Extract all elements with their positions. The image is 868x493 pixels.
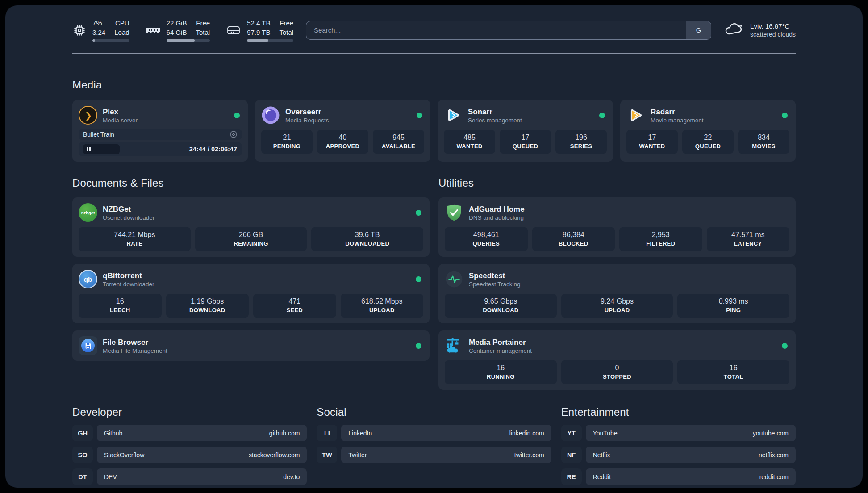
stat-label: SERIES	[557, 143, 605, 150]
section-developer: Developer GH Github github.com SO StackO…	[72, 406, 307, 485]
memory-stat: 22 GiB 64 GiB Free Total	[146, 19, 210, 42]
section-entertainment: Entertainment YT YouTube youtube.com NF …	[561, 406, 796, 485]
stat-label: FILTERED	[621, 240, 701, 247]
link-url: netflix.com	[759, 451, 789, 459]
weather-location-temp: Lviv, 16.87°C	[750, 22, 796, 30]
search-engine-button[interactable]: G	[686, 21, 711, 39]
stat-label: WANTED	[628, 143, 676, 150]
plex-icon: ❯	[79, 106, 97, 125]
stat-label: MOVIES	[740, 143, 788, 150]
disk-stat: 52.4 TB 97.9 TB Free Total	[226, 19, 293, 42]
weather-widget: Lviv, 16.87°C scattered clouds	[724, 22, 796, 39]
stat-value: 0.993 ms	[679, 297, 788, 305]
card-head: qb qBittorrent Torrent downloader	[79, 270, 423, 288]
stat-tiles: 744.21 Mbps RATE 266 GB REMAINING 39.6 T…	[79, 227, 423, 251]
stat-tiles: 16 RUNNING 0 STOPPED 16 TOTAL	[445, 360, 789, 384]
cpu-progress-bar	[92, 39, 129, 42]
link-youtube[interactable]: YT YouTube youtube.com	[561, 425, 796, 441]
stat-label: TOTAL	[679, 373, 788, 380]
disk-icon	[226, 25, 241, 36]
stat-value: 17	[501, 134, 549, 142]
stat-value: 16	[80, 297, 160, 305]
free-label: Free	[196, 19, 210, 28]
stat-label: DOWNLOADED	[313, 240, 421, 247]
card-speedtest[interactable]: Speedtest Speedtest Tracking 9.65 Gbps D…	[438, 264, 796, 323]
stat-value: 2,953	[621, 231, 701, 239]
status-online-dot	[416, 210, 421, 216]
stat-label: STOPPED	[563, 373, 672, 380]
linkedin-icon: LI	[317, 425, 337, 441]
card-subtitle: Container management	[469, 347, 776, 354]
status-online-dot	[416, 276, 421, 282]
link-twitter[interactable]: TW Twitter twitter.com	[317, 447, 551, 463]
dashboard-frame: 7% 3.24 CPU Load	[5, 5, 863, 488]
link-dev[interactable]: DT DEV dev.to	[72, 468, 307, 485]
card-head: Media Portainer Container management	[445, 336, 789, 355]
link-url: stackoverflow.com	[249, 451, 300, 459]
status-online-dot	[234, 113, 240, 118]
nzbget-icon: nzbget	[79, 203, 97, 222]
card-subtitle: Movie management	[651, 117, 776, 124]
card-portainer[interactable]: Media Portainer Container management 16 …	[438, 330, 796, 390]
link-body: Github github.com	[97, 425, 307, 441]
card-sonarr[interactable]: Sonarr Series management 485 WANTED 17 Q…	[438, 100, 613, 162]
stat-queries: 498,461 QUERIES	[445, 227, 528, 251]
card-subtitle: Series management	[468, 117, 594, 124]
link-netflix[interactable]: NF Netflix netflix.com	[561, 447, 796, 463]
card-nzbget[interactable]: nzbget NZBGet Usenet downloader 744.21 M…	[72, 197, 430, 257]
link-stackoverflow[interactable]: SO StackOverflow stackoverflow.com	[72, 447, 307, 463]
free-label: Free	[279, 19, 293, 28]
search-input[interactable]	[306, 21, 686, 39]
stat-label: RATE	[80, 240, 189, 247]
stat-queued: 17 QUEUED	[500, 130, 551, 154]
stat-movies: 834 MOVIES	[738, 130, 789, 154]
stat-label: QUEUED	[501, 143, 549, 150]
card-title: Plex	[103, 107, 229, 117]
stat-downloaded: 39.6 TB DOWNLOADED	[311, 227, 423, 251]
card-plex[interactable]: ❯ Plex Media server Bullet Train	[72, 100, 248, 162]
filebrowser-icon	[79, 336, 97, 355]
stat-value: 618.52 Mbps	[342, 297, 422, 305]
stat-upload: 618.52 Mbps UPLOAD	[341, 294, 424, 318]
floppy-disk-icon	[81, 339, 95, 352]
card-qbittorrent[interactable]: qb qBittorrent Torrent downloader 16	[72, 264, 430, 323]
stat-label: LEECH	[80, 307, 160, 313]
link-name: Twitter	[348, 451, 367, 459]
stat-value: 16	[679, 364, 788, 372]
disk-total: 97.9 TB	[247, 28, 270, 38]
card-filebrowser[interactable]: File Browser Media File Management	[72, 330, 430, 361]
card-head: File Browser Media File Management	[79, 336, 423, 355]
card-title: qBittorrent	[103, 271, 410, 280]
overseerr-icon	[261, 106, 280, 125]
stat-label: SEED	[255, 307, 334, 313]
section-title-utilities: Utilities	[438, 177, 796, 189]
link-body: Twitter twitter.com	[341, 447, 551, 463]
stat-label: DOWNLOAD	[168, 307, 247, 313]
stat-value: 21	[263, 134, 311, 142]
card-title: NZBGet	[103, 205, 410, 214]
cpu-stat: 7% 3.24 CPU Load	[72, 19, 129, 42]
link-name: LinkedIn	[348, 430, 372, 437]
card-adguard[interactable]: AdGuard Home DNS and adblocking 498,461 …	[438, 197, 796, 257]
stat-value: 16	[447, 364, 555, 372]
radarr-icon	[626, 106, 645, 125]
stat-wanted: 485 WANTED	[444, 130, 495, 154]
card-radarr[interactable]: Radarr Movie management 17 WANTED 22 QUE…	[620, 100, 796, 162]
stat-value: 945	[375, 134, 422, 142]
github-icon: GH	[72, 425, 93, 441]
link-reddit[interactable]: RE Reddit reddit.com	[561, 468, 796, 485]
stat-upload: 9.24 Gbps UPLOAD	[561, 294, 673, 318]
card-title: File Browser	[103, 338, 410, 347]
topbar-divider	[72, 53, 796, 54]
stat-ping: 0.993 ms PING	[677, 294, 789, 318]
link-linkedin[interactable]: LI LinkedIn linkedin.com	[317, 425, 551, 441]
section-social: Social LI LinkedIn linkedin.com TW Twitt…	[317, 406, 551, 463]
stat-series: 196 SERIES	[555, 130, 607, 154]
link-github[interactable]: GH Github github.com	[72, 425, 307, 441]
stat-label: QUEUED	[684, 143, 732, 150]
stat-label: PENDING	[263, 143, 311, 150]
card-overseerr[interactable]: Overseerr Media Requests 21 PENDING 40 A…	[255, 100, 430, 162]
seek-bar[interactable]	[83, 144, 120, 154]
total-label: Total	[196, 28, 210, 38]
link-body: LinkedIn linkedin.com	[341, 425, 551, 441]
